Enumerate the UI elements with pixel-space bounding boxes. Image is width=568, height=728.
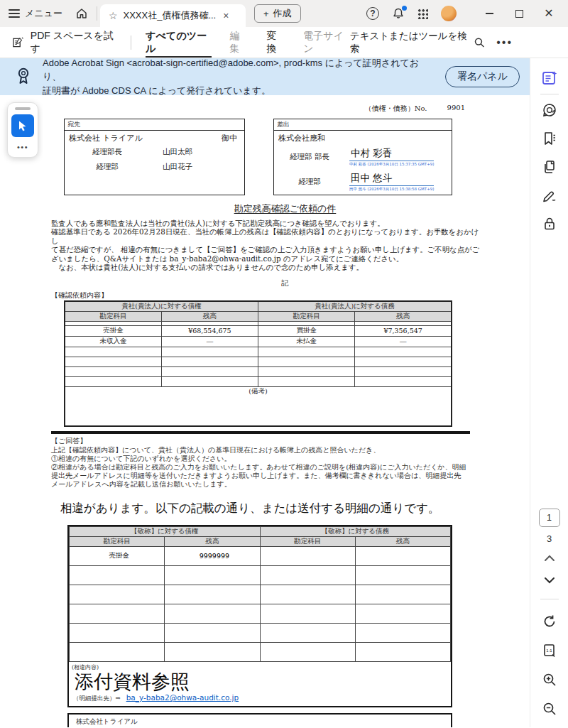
account-entry-field[interactable]: 売掛金 bbox=[70, 546, 165, 565]
tab-all-tools[interactable]: すべてのツール bbox=[146, 27, 211, 58]
titlebar-divider bbox=[97, 6, 97, 21]
confirm-company: 株式会社トライアル bbox=[76, 717, 444, 727]
plus-icon: + bbox=[263, 9, 269, 19]
search-label: テキストまたはツールを検索 bbox=[350, 30, 468, 55]
balance-entry-field[interactable]: 9999999 bbox=[165, 546, 260, 565]
confirmation-statement-box: 株式会社トライアル 私は本件確認依頼に対して回答権限を有しており、上記回答が正確… bbox=[67, 713, 452, 727]
signature-panel-button[interactable]: 署名パネル bbox=[445, 66, 520, 87]
zoom-out-icon bbox=[542, 701, 557, 717]
sender-box: 差出 株式会社應和 経理部 部長 中村 彩香 中村 彩香 (2026年3月10日… bbox=[273, 119, 452, 195]
protect-button[interactable] bbox=[537, 212, 562, 235]
bookmark-icon bbox=[542, 131, 557, 146]
response-table-wrap: 【敬称】に対する債権 【敬称】に対する債務 勘定科目 残高 勘定科目 残高 売掛… bbox=[67, 525, 452, 708]
tab-title: XXXX社_債権債務確... bbox=[123, 9, 216, 22]
svg-text:1:1: 1:1 bbox=[546, 648, 552, 653]
answer-choice-text: 相違があります。以下の記載の通り、または送付する明細の通りです。 bbox=[60, 501, 519, 516]
sender-label: 差出 bbox=[274, 119, 452, 131]
table-row bbox=[65, 366, 452, 376]
right-tool-rail: 3 1:1 bbox=[530, 58, 568, 727]
rotate-icon bbox=[542, 614, 557, 629]
comment-icon bbox=[542, 102, 557, 118]
search-icon bbox=[474, 36, 486, 49]
chevron-up-icon bbox=[544, 554, 555, 563]
tab-close-icon[interactable]: × bbox=[222, 10, 230, 21]
menu-button[interactable]: メニュー bbox=[0, 0, 70, 27]
pages-button[interactable] bbox=[537, 156, 562, 178]
rail-divider bbox=[540, 94, 559, 94]
detail-email-link[interactable]: ba_y-baba2@ohwa-audit.co.jp bbox=[126, 693, 239, 702]
home-icon bbox=[75, 7, 88, 20]
apps-grid-icon bbox=[417, 9, 428, 19]
previous-page-button[interactable] bbox=[537, 550, 562, 566]
certification-text: Adobe Acrobat Sign <acrobat-sign-certifi… bbox=[43, 56, 434, 98]
pages-icon bbox=[542, 159, 557, 175]
pdf-page: （債権・債務）No.9901 宛先 株式会社 トライアル 御中 経理部長山田太郎… bbox=[43, 95, 529, 727]
response-table: 【敬称】に対する債権 【敬称】に対する債務 勘定科目 残高 勘定科目 残高 売掛… bbox=[69, 526, 451, 662]
actual-size-button[interactable]: 1:1 bbox=[537, 639, 562, 662]
close-window-button[interactable]: ✕ bbox=[534, 1, 564, 26]
page-number-input[interactable] bbox=[539, 509, 560, 527]
help-button[interactable]: ? bbox=[361, 4, 384, 23]
chevron-down-icon bbox=[544, 576, 555, 585]
zoom-out-button[interactable] bbox=[537, 697, 562, 720]
ai-assistant-panel-button[interactable] bbox=[537, 67, 562, 89]
remarks-cell: (備考) bbox=[65, 386, 452, 426]
toolbar-divider bbox=[131, 36, 131, 50]
minimize-button[interactable] bbox=[474, 1, 504, 26]
table-row bbox=[70, 585, 451, 604]
page-total: 3 bbox=[547, 533, 552, 544]
sender-company: 株式会社應和 bbox=[278, 133, 325, 143]
table-row bbox=[65, 376, 452, 386]
body-paragraph: 監査人である應和監査法人は当社の貴社(法人)に対する下記勘定残高につき確認を望ん… bbox=[51, 219, 481, 272]
home-button[interactable] bbox=[70, 4, 94, 23]
pen-icon bbox=[542, 188, 557, 203]
tab-esign[interactable]: 電子サイン bbox=[303, 27, 350, 58]
table-row bbox=[70, 565, 451, 585]
document-title: 勘定残高確認ご依頼の件 bbox=[51, 202, 519, 215]
recipient-honorific: 御中 bbox=[222, 133, 237, 143]
fill-sign-button[interactable] bbox=[537, 184, 562, 207]
table-row bbox=[70, 604, 451, 623]
select-tool-button[interactable] bbox=[11, 114, 34, 137]
notifications-button[interactable] bbox=[387, 4, 410, 23]
window-titlebar: メニュー ☆ XXXX社_債権債務確... × + 作成 ? ✕ bbox=[0, 0, 568, 27]
confirmation-request-table: 貴社(貴法人)に対する債権 貴社(貴法人)に対する債務 勘定科目 残高 勘定科目… bbox=[64, 300, 452, 428]
panel-drag-handle[interactable] bbox=[15, 107, 31, 110]
zoom-in-button[interactable] bbox=[537, 668, 562, 691]
create-button[interactable]: + 作成 bbox=[254, 4, 301, 23]
recipient-company: 株式会社 トライアル bbox=[69, 133, 143, 143]
signature-nakamura: 中村 彩香 中村 彩香 (2026年3月10日 15:37:35 GMT+9) bbox=[349, 147, 434, 167]
maximize-icon bbox=[515, 10, 523, 18]
table-row: 売掛金 9999999 bbox=[70, 546, 451, 565]
toolbar-more-button[interactable]: ••• bbox=[492, 36, 517, 49]
pdf-space-button[interactable]: PDF スペースを試す bbox=[0, 30, 128, 55]
comments-button[interactable] bbox=[537, 99, 562, 121]
detail-destination-label: （明細提出先）⇒ bbox=[73, 695, 121, 703]
panel-more-button[interactable]: ••• bbox=[17, 141, 28, 154]
cursor-icon bbox=[16, 119, 29, 132]
reference-number: （債権・債務）No.9901 bbox=[64, 104, 465, 114]
star-icon[interactable]: ☆ bbox=[109, 10, 118, 21]
minimize-icon bbox=[486, 13, 493, 14]
document-tab[interactable]: ☆ XXXX社_債権債務確... × bbox=[100, 4, 246, 27]
section1-label: 【確認依頼内容】 bbox=[51, 290, 519, 300]
tab-convert[interactable]: 変換 bbox=[266, 27, 285, 58]
bookmarks-button[interactable] bbox=[537, 127, 562, 150]
maximize-button[interactable] bbox=[504, 1, 534, 26]
close-icon: ✕ bbox=[544, 8, 553, 19]
account-button[interactable] bbox=[436, 3, 462, 24]
apps-button[interactable] bbox=[413, 6, 433, 22]
difference-entry-field[interactable]: 添付資料参照 bbox=[75, 671, 448, 692]
lock-icon bbox=[542, 216, 557, 232]
next-page-button[interactable] bbox=[537, 572, 562, 588]
search-button[interactable]: テキストまたはツールを検索 bbox=[350, 30, 485, 55]
rotate-button[interactable] bbox=[537, 610, 562, 633]
avatar bbox=[441, 6, 457, 21]
acrobat-toolbar: PDF スペースを試す すべてのツール 編集 変換 電子サイン テキストまたはツ… bbox=[0, 27, 568, 58]
hamburger-icon bbox=[9, 9, 20, 18]
difference-label: (相違内容) bbox=[72, 663, 448, 671]
table-row bbox=[65, 347, 452, 357]
recipient-box: 宛先 株式会社 トライアル 御中 経理部長山田太郎 経理部山田花子 bbox=[64, 119, 245, 195]
tab-edit[interactable]: 編集 bbox=[230, 27, 248, 58]
pdf-viewer: ••• （債権・債務）No.9901 宛先 株式会社 トライアル 御中 経理部長… bbox=[0, 95, 530, 727]
